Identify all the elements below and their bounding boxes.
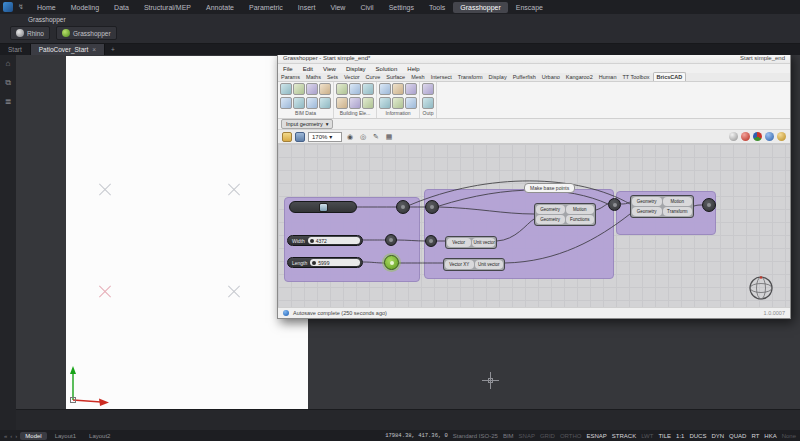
layout-tab[interactable]: Layout1 bbox=[50, 432, 81, 440]
component-icon[interactable] bbox=[392, 97, 404, 109]
grasshopper-button[interactable]: Grasshopper bbox=[56, 26, 117, 40]
component-icon[interactable] bbox=[405, 97, 417, 109]
layers-icon[interactable]: ≣ bbox=[3, 97, 13, 107]
gh-menu-item[interactable]: Help bbox=[402, 66, 424, 72]
component-icon[interactable] bbox=[405, 83, 417, 95]
transform-component[interactable]: Geometry Motion Geometry Transform bbox=[630, 195, 694, 218]
rhino-button[interactable]: Rhino bbox=[10, 26, 50, 40]
prev-layout-icon[interactable]: ‹ bbox=[10, 433, 12, 439]
slider-track[interactable]: 4372 bbox=[308, 237, 360, 244]
status-toggle[interactable]: LWT bbox=[641, 433, 653, 439]
gh-tab[interactable]: TT Toolbox bbox=[619, 73, 652, 81]
param-node[interactable] bbox=[608, 198, 621, 211]
preview-custom-icon[interactable] bbox=[777, 132, 786, 141]
menu-tab[interactable]: Enscape bbox=[509, 2, 550, 13]
component-icon[interactable] bbox=[362, 83, 374, 95]
status-toggle[interactable]: DUCS bbox=[689, 433, 706, 439]
component-icon[interactable] bbox=[349, 83, 361, 95]
slider-knob[interactable] bbox=[310, 239, 314, 243]
layout-tab[interactable]: Model bbox=[20, 432, 46, 440]
gh-menu-item[interactable]: Edit bbox=[298, 66, 318, 72]
doc-tab-patiocover[interactable]: PatioCover_Start × bbox=[31, 44, 105, 55]
menu-tab[interactable]: View bbox=[323, 2, 352, 13]
input-geometry-dropdown[interactable]: Input geometry ▾ bbox=[281, 119, 333, 129]
point-marker[interactable] bbox=[98, 182, 112, 196]
menu-tab[interactable]: Modeling bbox=[64, 2, 106, 13]
gh-tab[interactable]: Surface bbox=[383, 73, 408, 81]
gh-group-label[interactable]: Building Ele... bbox=[336, 110, 374, 118]
doc-tab-start[interactable]: Start bbox=[0, 44, 31, 55]
component-icon[interactable] bbox=[293, 83, 305, 95]
menu-tab[interactable]: Parametric bbox=[242, 2, 290, 13]
menu-tab[interactable]: Grasshopper bbox=[453, 2, 507, 13]
component-icon[interactable] bbox=[392, 83, 404, 95]
sketch-tool-icon[interactable]: ✎ bbox=[371, 132, 381, 142]
status-toggle[interactable]: ORTHO bbox=[560, 433, 582, 439]
menu-tab[interactable]: Civil bbox=[353, 2, 380, 13]
quick-access-icon[interactable]: ↯ bbox=[17, 2, 25, 12]
group-label[interactable]: Make base points bbox=[524, 183, 575, 193]
width-slider[interactable]: Width 4372 bbox=[287, 235, 363, 246]
point-marker[interactable] bbox=[227, 284, 241, 298]
gh-menu-item[interactable]: View bbox=[318, 66, 341, 72]
panels-icon[interactable]: ⧉ bbox=[3, 78, 13, 88]
component-icon[interactable] bbox=[319, 83, 331, 95]
status-toggle[interactable]: HKA bbox=[764, 433, 776, 439]
component-icon[interactable] bbox=[422, 97, 434, 109]
param-node-selected[interactable] bbox=[384, 255, 399, 270]
gh-group-label[interactable]: Information bbox=[379, 110, 417, 118]
zoom-tool-icon[interactable]: ◎ bbox=[358, 132, 368, 142]
menu-tab[interactable]: Tools bbox=[422, 2, 452, 13]
point-marker[interactable] bbox=[227, 182, 241, 196]
component-icon[interactable] bbox=[293, 97, 305, 109]
component-icon[interactable] bbox=[306, 97, 318, 109]
gh-tab[interactable]: Params bbox=[278, 73, 303, 81]
param-node[interactable] bbox=[425, 200, 439, 214]
save-file-icon[interactable] bbox=[295, 132, 305, 142]
component-icon[interactable] bbox=[379, 97, 391, 109]
gh-node-canvas[interactable]: Make base points Width 4372 Length 5999 bbox=[278, 144, 790, 307]
slider-track[interactable]: 5999 bbox=[310, 259, 360, 266]
next-layout-icon[interactable]: › bbox=[15, 433, 17, 439]
menu-tab[interactable]: Home bbox=[30, 2, 63, 13]
vector-xy-component[interactable]: Vector XY Unit vector bbox=[443, 258, 505, 271]
gh-tab[interactable]: Kangaroo2 bbox=[563, 73, 596, 81]
gh-group-label[interactable]: Outp bbox=[422, 110, 434, 118]
param-node[interactable] bbox=[425, 235, 437, 247]
preview-eye-icon[interactable]: ◉ bbox=[345, 132, 355, 142]
preview-off-icon[interactable] bbox=[729, 132, 738, 141]
gh-tab[interactable]: Human bbox=[596, 73, 620, 81]
home-icon[interactable]: ⌂ bbox=[3, 59, 13, 69]
param-node[interactable] bbox=[396, 200, 410, 214]
gh-tab[interactable]: BricsCAD bbox=[653, 72, 687, 81]
status-toggle[interactable]: STRACK bbox=[612, 433, 636, 439]
length-slider[interactable]: Length 5999 bbox=[287, 257, 363, 268]
preview-shaded-icon[interactable] bbox=[753, 132, 762, 141]
component-icon[interactable] bbox=[379, 83, 391, 95]
preview-blue-icon[interactable] bbox=[765, 132, 774, 141]
gh-tab[interactable]: Intersect bbox=[428, 73, 455, 81]
gh-tab[interactable]: Curve bbox=[363, 73, 384, 81]
gh-tab[interactable]: Pufferfish bbox=[510, 73, 539, 81]
menu-tab[interactable]: Data bbox=[107, 2, 136, 13]
gh-tab[interactable]: Sets bbox=[324, 73, 341, 81]
status-toggle[interactable]: QUAD bbox=[729, 433, 746, 439]
component-icon[interactable] bbox=[280, 97, 292, 109]
component-icon[interactable] bbox=[362, 97, 374, 109]
param-node[interactable] bbox=[385, 234, 397, 246]
command-line-area[interactable] bbox=[16, 409, 800, 430]
status-toggle[interactable]: DYN bbox=[711, 433, 724, 439]
status-toggle[interactable]: None bbox=[782, 433, 796, 439]
drawing-canvas[interactable] bbox=[66, 56, 308, 409]
component-icon[interactable] bbox=[422, 83, 434, 95]
gh-tab[interactable]: Vector bbox=[341, 73, 363, 81]
workspace-indicator[interactable]: BIM bbox=[503, 433, 514, 439]
layout-tab[interactable]: Layout2 bbox=[84, 432, 115, 440]
app-logo-icon[interactable] bbox=[3, 2, 13, 12]
status-toggle[interactable]: TILE bbox=[658, 433, 671, 439]
status-toggle[interactable]: 1:1 bbox=[676, 433, 684, 439]
zoom-dropdown[interactable]: 170% ▾ bbox=[308, 132, 342, 142]
gh-menu-item[interactable]: Display bbox=[341, 66, 371, 72]
gh-menu-item[interactable]: Solution bbox=[371, 66, 403, 72]
point-marker-selected[interactable] bbox=[98, 284, 112, 298]
